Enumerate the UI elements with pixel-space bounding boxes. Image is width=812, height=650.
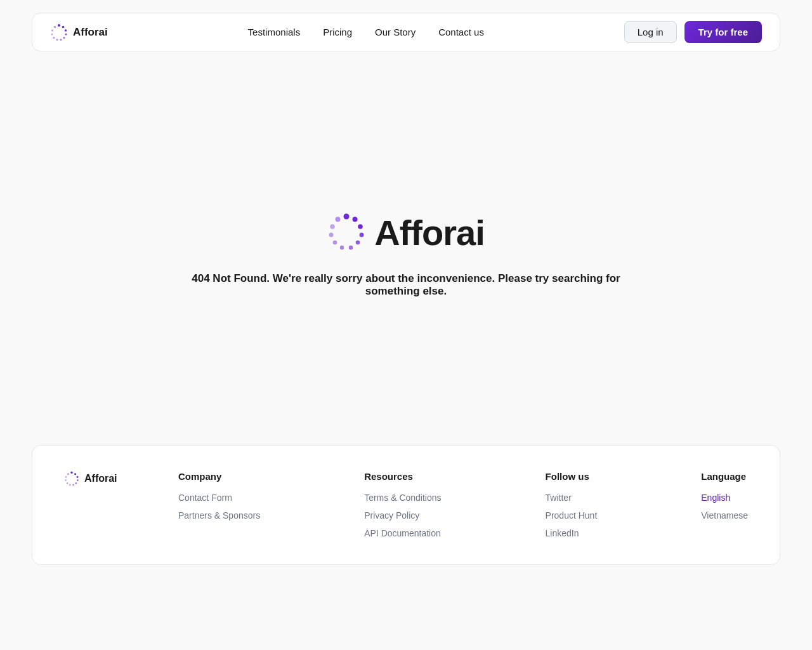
footer-col-language-heading: Language (701, 471, 748, 482)
svg-point-17 (340, 246, 344, 249)
footer-logo-icon (64, 471, 79, 486)
svg-point-20 (330, 224, 335, 229)
svg-point-14 (360, 233, 364, 237)
svg-point-3 (65, 33, 67, 35)
footer-link-twitter[interactable]: Twitter (546, 493, 572, 503)
footer-link-linkedin[interactable]: LinkedIn (546, 528, 579, 538)
list-item: Contact Form (178, 492, 260, 503)
svg-point-0 (58, 24, 60, 27)
login-button[interactable]: Log in (624, 21, 677, 43)
brand-logo-icon (327, 213, 365, 251)
brand-name: Afforai (374, 212, 484, 253)
nav-testimonials[interactable]: Testimonials (248, 27, 301, 37)
list-item: Privacy Policy (364, 510, 441, 521)
main-content: Afforai 404 Not Found. We're really sorr… (0, 64, 812, 445)
footer-col-resources: Resources Terms & Conditions Privacy Pol… (364, 471, 441, 539)
footer-link-contact-form[interactable]: Contact Form (178, 493, 232, 503)
footer-col-follow: Follow us Twitter Product Hunt LinkedIn (546, 471, 598, 539)
logo-text: Afforai (73, 26, 108, 39)
logo-icon (50, 23, 68, 41)
footer-link-terms[interactable]: Terms & Conditions (364, 493, 441, 503)
nav-contact-us[interactable]: Contact us (438, 27, 484, 37)
footer-brand: Afforai (64, 471, 140, 486)
svg-point-11 (344, 214, 350, 220)
header-actions: Log in Try for free (624, 21, 762, 43)
svg-point-22 (70, 472, 72, 474)
footer-link-english[interactable]: English (701, 493, 730, 503)
footer-col-resources-heading: Resources (364, 471, 441, 482)
svg-point-26 (75, 482, 77, 484)
footer-col-language-list: English Vietnamese (701, 492, 748, 521)
header-wrapper: Afforai Testimonials Pricing Our Story C… (0, 0, 812, 64)
svg-point-10 (54, 25, 56, 28)
error-message: 404 Not Found. We're really sorry about … (184, 272, 628, 298)
footer-link-api-docs[interactable]: API Documentation (364, 528, 441, 538)
svg-point-4 (63, 37, 65, 39)
footer-cols: Company Contact Form Partners & Sponsors… (178, 471, 748, 539)
footer-col-resources-list: Terms & Conditions Privacy Policy API Do… (364, 492, 441, 539)
footer-col-company: Company Contact Form Partners & Sponsors (178, 471, 260, 539)
list-item: LinkedIn (546, 527, 598, 539)
footer-link-vietnamese[interactable]: Vietnamese (701, 510, 748, 521)
svg-point-18 (333, 241, 337, 245)
logo-link[interactable]: Afforai (50, 23, 108, 41)
svg-point-31 (65, 476, 67, 478)
footer-logo-text: Afforai (84, 473, 117, 484)
list-item: Twitter (546, 492, 598, 503)
footer-col-company-heading: Company (178, 471, 260, 482)
list-item: Product Hunt (546, 510, 598, 521)
footer-link-partners[interactable]: Partners & Sponsors (178, 510, 260, 521)
footer: Afforai Company Contact Form Partners & … (32, 445, 780, 565)
header: Afforai Testimonials Pricing Our Story C… (32, 13, 780, 51)
svg-point-16 (349, 246, 353, 249)
try-button[interactable]: Try for free (684, 21, 762, 43)
svg-point-29 (67, 482, 69, 484)
list-item: Partners & Sponsors (178, 510, 260, 521)
svg-point-13 (358, 224, 363, 229)
main-nav: Testimonials Pricing Our Story Contact u… (248, 27, 484, 37)
footer-col-company-list: Contact Form Partners & Sponsors (178, 492, 260, 521)
svg-point-6 (56, 39, 58, 41)
footer-link-privacy[interactable]: Privacy Policy (364, 510, 419, 521)
footer-wrapper: Afforai Company Contact Form Partners & … (0, 445, 812, 584)
svg-point-30 (65, 479, 67, 481)
svg-point-15 (356, 241, 360, 245)
footer-link-product-hunt[interactable]: Product Hunt (546, 510, 598, 521)
svg-point-21 (336, 217, 341, 222)
svg-point-28 (69, 484, 71, 486)
nav-pricing[interactable]: Pricing (323, 27, 352, 37)
svg-point-32 (67, 473, 69, 475)
svg-point-12 (353, 217, 358, 222)
list-item: API Documentation (364, 527, 441, 539)
svg-point-19 (329, 233, 334, 237)
footer-inner: Afforai Company Contact Form Partners & … (64, 471, 748, 539)
list-item: English (701, 492, 748, 503)
footer-col-follow-list: Twitter Product Hunt LinkedIn (546, 492, 598, 539)
footer-col-follow-heading: Follow us (546, 471, 598, 482)
svg-point-1 (62, 25, 65, 28)
nav-our-story[interactable]: Our Story (375, 27, 416, 37)
list-item: Vietnamese (701, 510, 748, 521)
svg-point-5 (60, 39, 62, 41)
svg-point-24 (77, 476, 79, 478)
footer-col-language: Language English Vietnamese (701, 471, 748, 539)
list-item: Terms & Conditions (364, 492, 441, 503)
brand-center: Afforai (327, 212, 484, 253)
svg-point-2 (65, 29, 67, 31)
svg-point-8 (51, 33, 53, 35)
svg-point-25 (77, 479, 79, 481)
svg-point-27 (72, 484, 74, 486)
svg-point-9 (51, 29, 53, 31)
svg-point-7 (53, 37, 55, 39)
svg-point-23 (74, 473, 76, 475)
